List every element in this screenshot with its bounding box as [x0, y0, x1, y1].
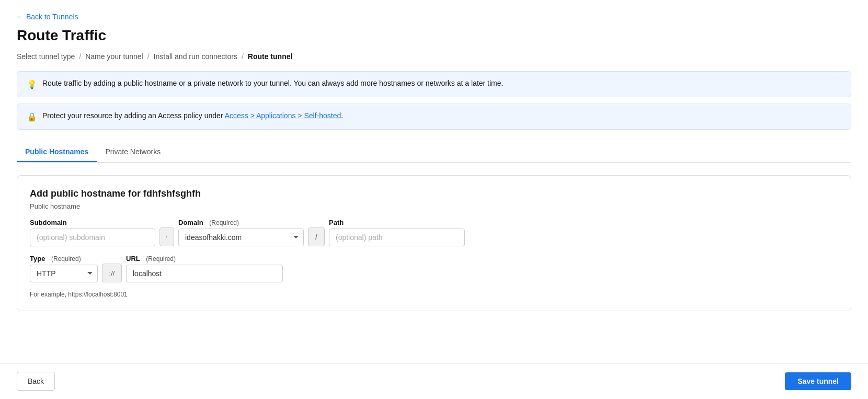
- info-routing-text: Route traffic by adding a public hostnam…: [42, 79, 503, 87]
- url-hint: For example, https://localhost:8001: [30, 291, 838, 298]
- path-group: Path: [329, 219, 465, 246]
- breadcrumb-sep-1: /: [79, 52, 81, 61]
- url-group: URL (Required): [126, 255, 283, 282]
- subdomain-label: Subdomain: [30, 219, 155, 226]
- breadcrumb: Select tunnel type / Name your tunnel / …: [17, 52, 851, 61]
- breadcrumb-step-3: Install and run connectors: [154, 52, 237, 61]
- breadcrumb-step-1: Select tunnel type: [17, 52, 75, 61]
- info-protect-text: Protect your resource by adding an Acces…: [42, 111, 343, 120]
- page-title: Route Traffic: [17, 27, 851, 44]
- type-group: Type (Required) HTTP HTTPS TCP SSH: [30, 255, 98, 282]
- info-box-protect: 🔒 Protect your resource by adding an Acc…: [17, 104, 851, 130]
- card-subtitle: Public hostname: [30, 202, 838, 210]
- hostname-form-card: Add public hostname for fdhfshfsghfh Pub…: [17, 175, 851, 311]
- subdomain-group: Subdomain: [30, 219, 155, 246]
- domain-label: Domain (Required): [178, 219, 304, 226]
- back-to-tunnels-link[interactable]: ← Back to Tunnels: [17, 13, 78, 21]
- breadcrumb-sep-3: /: [242, 52, 244, 61]
- tab-public-hostnames[interactable]: Public Hostnames: [17, 142, 97, 162]
- info-box-routing: 💡 Route traffic by adding a public hostn…: [17, 71, 851, 97]
- access-policy-link[interactable]: Access > Applications > Self-hosted: [225, 111, 341, 120]
- lock-icon: 🔒: [27, 112, 37, 122]
- breadcrumb-step-4: Route tunnel: [248, 52, 293, 61]
- card-title: Add public hostname for fdhfshfsghfh: [30, 188, 838, 199]
- url-label: URL (Required): [126, 255, 283, 263]
- domain-group: Domain (Required) ideasofhakki.com: [178, 219, 304, 246]
- subdomain-input[interactable]: [30, 229, 155, 246]
- breadcrumb-step-2: Name your tunnel: [85, 52, 143, 61]
- path-label: Path: [329, 219, 465, 226]
- dot-separator: ·: [159, 227, 174, 246]
- slash-separator: /: [308, 227, 325, 246]
- hostname-row: Subdomain · Domain (Required) ideasofhak…: [30, 219, 838, 246]
- url-input[interactable]: [126, 265, 283, 282]
- protocol-separator: ://: [102, 264, 122, 282]
- lightbulb-icon: 💡: [27, 79, 37, 89]
- breadcrumb-sep-2: /: [147, 52, 150, 61]
- type-url-row: Type (Required) HTTP HTTPS TCP SSH :// U…: [30, 255, 838, 282]
- domain-select[interactable]: ideasofhakki.com: [178, 229, 304, 246]
- tabs-container: Public Hostnames Private Networks: [17, 142, 851, 163]
- tab-private-networks[interactable]: Private Networks: [97, 142, 169, 162]
- type-label: Type (Required): [30, 255, 98, 263]
- type-select[interactable]: HTTP HTTPS TCP SSH: [30, 265, 98, 282]
- path-input[interactable]: [329, 229, 465, 246]
